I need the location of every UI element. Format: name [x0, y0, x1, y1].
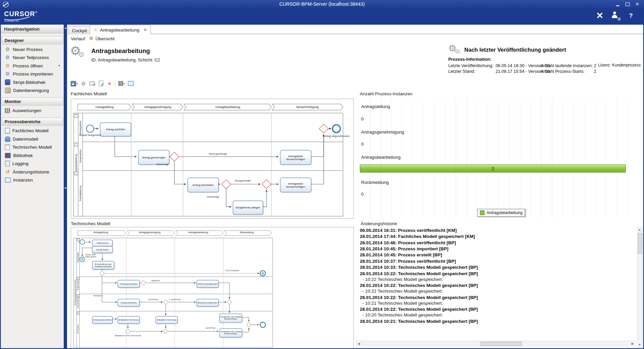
sidebar-item-neuer-teilprozess[interactable]: ⚙ Neuer Teilprozess	[1, 53, 64, 61]
flow-label: Eskalations-Timer wird erstellt	[115, 335, 141, 337]
sidebar-item-bibliothek[interactable]: Bibliothek	[1, 151, 64, 159]
flow-label: genehmigt	[206, 327, 215, 329]
sidebar-item-prozess-importieren[interactable]: ⚙ Prozess importieren	[1, 70, 64, 78]
data-model-icon	[5, 136, 10, 142]
data-cleanup-icon	[5, 88, 11, 93]
collapse-lane-icon[interactable]: −	[74, 143, 78, 146]
bpmn-task-budgetkonto: Budgetkonto pflegen	[233, 201, 263, 215]
collapse-lane-icon[interactable]: −	[77, 294, 80, 297]
status-title: Nach letzter Veröffentlichung geändert	[464, 47, 566, 53]
scrollbar-thumb[interactable]	[638, 233, 642, 254]
scroll-up-icon[interactable]: ▲	[638, 228, 641, 231]
sidebar-item-aenderungshistorie[interactable]: ↺ Änderungshistorie	[1, 168, 64, 176]
bar-value: 2	[492, 166, 494, 171]
chart-category-label: Rückmeldung	[361, 180, 388, 185]
sidebar-item-skript-bibliothek[interactable]: Skript-Bibliothek	[1, 78, 64, 86]
help-icon[interactable]: ?	[627, 11, 635, 19]
flow-label: abgelehnt	[151, 280, 160, 282]
delete-button[interactable]: ✕	[108, 80, 111, 87]
settings-button[interactable]: ⚙	[81, 80, 86, 87]
maximize-button[interactable]	[623, 1, 632, 7]
close-button[interactable]: ✕	[633, 1, 642, 7]
breadcrumb-current[interactable]: Übersicht	[95, 36, 114, 41]
bpmn-task: Eskalation Hemmung	[118, 316, 140, 324]
save-menu-button[interactable]: ▾	[71, 80, 78, 87]
chart-value: 0	[361, 141, 364, 146]
chart-value: 0	[361, 116, 364, 121]
sidebar-item-datenbereinigung[interactable]: Datenbereinigung	[1, 86, 64, 94]
tab-antragsbearbeitung[interactable]: ⚠ Antragsbearbeitung ✕	[90, 24, 151, 34]
sidebar-item-neuer-prozess[interactable]: ⚙ Neuer Prozess	[1, 45, 64, 53]
collapse-sidebar-icon[interactable]: ◀	[64, 186, 66, 189]
scroll-left-icon[interactable]: ◀	[358, 342, 360, 345]
business-model-section-title: Fachliches Modell	[71, 91, 107, 96]
gear-icon: ⚙	[81, 80, 86, 86]
user-settings-icon[interactable]: ⚙	[611, 11, 620, 19]
sidebar-item-technisches-modell[interactable]: Technisches Modell	[1, 143, 64, 151]
history-entry-detail: - 10:22 Technisches Modell gespeichert:	[362, 289, 636, 294]
sidebar-item-logging[interactable]: Logging	[1, 159, 64, 167]
cursor-logo: CURSOR® Software AG	[4, 10, 37, 22]
collapse-lane-icon[interactable]: −	[74, 114, 78, 117]
phase-label: Antragsgenehmigung	[127, 231, 172, 233]
business-model-icon	[5, 128, 10, 134]
sidebar-item-fachliches-modell[interactable]: Fachliches Modell	[1, 127, 64, 135]
status-warning-icon: ⚠	[457, 49, 461, 55]
scroll-right-icon[interactable]: ▶	[632, 342, 634, 345]
bpmn-task-benachrichtigen: Antragsteller benachrichtigen	[280, 178, 311, 192]
history-entry: 06.05.2014 16:31: Prozess veröffentlicht…	[360, 228, 636, 233]
instances-section-title: Anzahl Prozess-Instanzen	[360, 91, 413, 96]
collapse-lane-icon[interactable]: −	[74, 171, 78, 175]
bpmn-task-antrag-bearbeiten: Antrag bearbeiten	[187, 178, 219, 192]
scrollbar-thumb[interactable]	[480, 342, 522, 346]
main-navigation-sidebar: Hauptnavigation Designer ⚙ Neuer Prozess…	[1, 24, 64, 348]
collapse-lane-icon[interactable]: −	[77, 238, 80, 241]
sidebar-item-auswertungen[interactable]: Auswertungen	[1, 106, 64, 114]
flow-label: n. genehmigt	[169, 298, 180, 300]
page-title: Antragsbearbeitung	[91, 47, 150, 54]
chart-legend: Antragsbearbeitung	[477, 209, 525, 216]
history-entry: 28.01.2014 10:33: Technisches Modell ges…	[360, 265, 636, 270]
phase-label: Antragsgenehmigung	[132, 106, 183, 109]
vertical-scrollbar[interactable]: ▲ ▼	[637, 227, 642, 347]
process-gear-icon-small: ⚙	[78, 51, 85, 59]
section-designer[interactable]: Designer	[2, 36, 63, 44]
history-entry: 28.01.2014 10:22: Technisches Modell ges…	[360, 283, 636, 288]
info-label: Letzte Veröffentlichung:	[448, 63, 493, 68]
phase-label: Antragsbearbeitung	[176, 231, 221, 233]
horizontal-scrollbar[interactable]: ◀ ▶	[356, 341, 635, 346]
check-icon: ✔	[101, 82, 104, 86]
history-entry: 28.01.2014 10:22: Technisches Modell ges…	[360, 307, 636, 312]
tab-cockpit[interactable]: Cockpit	[68, 26, 91, 34]
unlink-button[interactable]: ✕	[89, 80, 96, 87]
chevron-down-icon[interactable]: ▾	[58, 64, 59, 67]
sidebar-item-instanzen[interactable]: Instanzen	[1, 176, 64, 184]
scroll-down-icon[interactable]: ▼	[638, 343, 641, 346]
collapse-lane-icon[interactable]: −	[77, 277, 80, 280]
collapse-sidebar-icon[interactable]: ◀	[64, 26, 66, 29]
phase-label: Antragsbearbeitung	[184, 106, 271, 109]
section-prozessbereiche[interactable]: Prozessbereiche	[2, 117, 63, 126]
chart-icon	[118, 81, 123, 86]
business-model-diagram[interactable]: Antragstellung Antragsgenehmigung Antrag…	[71, 99, 354, 219]
admin-tools-icon[interactable]	[595, 11, 604, 19]
sidebar-item-label: Neuer Teilprozess	[13, 55, 49, 60]
legend-swatch	[480, 210, 484, 215]
export-table-button[interactable]	[128, 80, 133, 87]
section-monitor[interactable]: Monitor	[2, 97, 63, 105]
sidebar-item-datenmodell[interactable]: Datenmodell	[1, 135, 64, 143]
sidebar-item-label: Technisches Modell	[12, 145, 52, 150]
logo-swoosh	[4, 16, 30, 20]
change-history-icon: ↺	[5, 169, 10, 174]
validate-button[interactable]: ✔	[99, 80, 104, 87]
tab-close-icon[interactable]: ✕	[144, 28, 147, 32]
technical-model-diagram[interactable]: Antragstellung Antragsgenehmigung Antrag…	[71, 227, 354, 348]
sidebar-splitter[interactable]: ◀ ◀	[64, 24, 67, 348]
sidebar-item-prozess-oeffnen[interactable]: ⚙ Prozess öffnen ▾	[1, 62, 64, 70]
caret-down-icon: ▾	[76, 82, 78, 85]
script-library-icon	[5, 79, 10, 85]
minimize-button[interactable]	[613, 1, 622, 7]
chart-menu-button[interactable]: ▾	[118, 80, 124, 87]
collapse-lane-icon[interactable]: −	[77, 312, 80, 315]
sidebar-item-label: Fachliches Modell	[12, 128, 49, 133]
